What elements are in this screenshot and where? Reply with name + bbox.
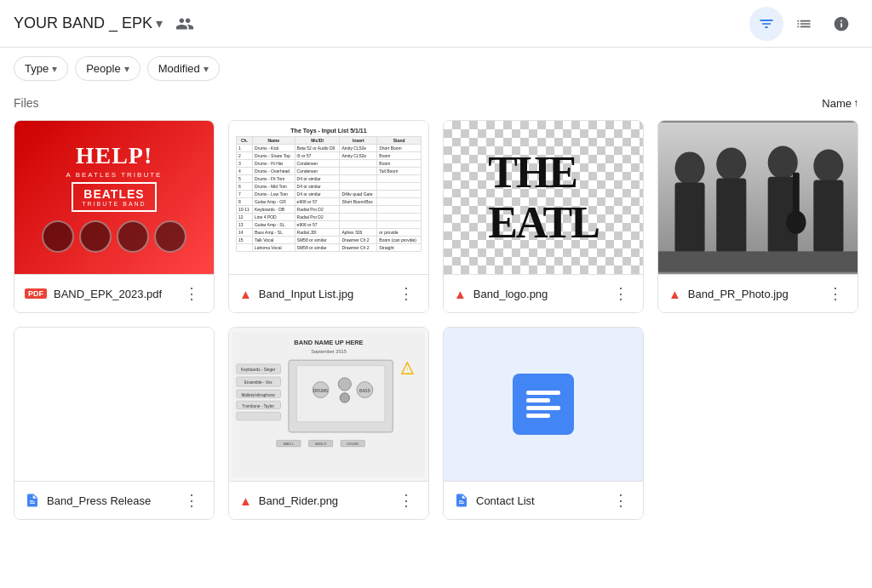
file-name-press-release: Band_Press Release xyxy=(47,494,151,507)
svg-point-4 xyxy=(716,148,746,181)
svg-rect-5 xyxy=(716,179,746,254)
img-type-icon-2: ▲ xyxy=(454,287,467,301)
file-menu-pdf[interactable]: ⋮ xyxy=(180,282,204,305)
file-footer-press-release: Band_Press Release ⋮ xyxy=(14,481,214,519)
file-thumbnail-rider: BAND NAME UP HERE September 2015 DRUMS B… xyxy=(229,328,428,481)
file-card-contact-list[interactable]: Contact List ⋮ xyxy=(443,327,644,520)
list-view-button[interactable] xyxy=(787,7,821,41)
svg-text:BAND NAME UP HERE: BAND NAME UP HERE xyxy=(294,339,363,346)
file-footer-info: ▲ Band_Input List.jpg xyxy=(239,287,353,301)
sort-label: Name xyxy=(822,97,852,110)
file-thumbnail-logo: THEEATL xyxy=(444,121,643,274)
svg-text:MAIN R: MAIN R xyxy=(315,442,326,446)
file-footer-pdf: PDF BAND_EPK_2023.pdf ⋮ xyxy=(14,274,214,312)
title-chevron: ▾ xyxy=(156,15,163,31)
file-card-pr-photo[interactable]: ▲ Band_PR_Photo.jpg ⋮ xyxy=(657,120,858,313)
svg-text:DRUMS: DRUMS xyxy=(347,442,359,446)
file-card-input-list[interactable]: The Toys - Input List 5/1/11 Ch.NameMic/… xyxy=(228,120,429,313)
doc-thumb xyxy=(14,328,214,481)
svg-text:September 2015: September 2015 xyxy=(311,349,347,354)
filter-button[interactable] xyxy=(749,7,783,41)
svg-text:BASS: BASS xyxy=(359,389,370,393)
file-card-rider[interactable]: BAND NAME UP HERE September 2015 DRUMS B… xyxy=(228,327,429,520)
contact-line-4 xyxy=(526,414,550,418)
contact-lines xyxy=(526,391,560,418)
file-footer-info: ▲ Band_Rider.png xyxy=(239,494,338,508)
share-people-button[interactable] xyxy=(169,9,200,39)
file-menu-input-list[interactable]: ⋮ xyxy=(394,282,418,305)
title-text: YOUR BAND _ EPK xyxy=(14,14,152,32)
modified-filter[interactable]: Modified ▾ xyxy=(147,56,220,81)
file-menu-contact-list[interactable]: ⋮ xyxy=(609,488,633,512)
doc-type-icon-2 xyxy=(454,493,469,508)
svg-rect-12 xyxy=(658,251,858,271)
modified-filter-chevron: ▾ xyxy=(204,63,209,75)
file-footer-input-list: ▲ Band_Input List.jpg ⋮ xyxy=(229,274,428,312)
file-name-contact-list: Contact List xyxy=(476,494,535,507)
file-name-logo: Band_logo.png xyxy=(473,288,548,300)
file-footer-logo: ▲ Band_logo.png ⋮ xyxy=(444,274,643,312)
svg-text:Trombone - Taylor: Trombone - Taylor xyxy=(242,404,274,408)
svg-text:MAIN L: MAIN L xyxy=(284,442,295,446)
img-type-icon-3: ▲ xyxy=(668,287,681,301)
band-photo-svg xyxy=(658,121,858,274)
svg-point-19 xyxy=(338,378,351,391)
header-left: YOUR BAND _ EPK ▾ xyxy=(14,9,200,39)
svg-rect-32 xyxy=(237,412,281,420)
modified-filter-label: Modified xyxy=(158,62,200,75)
pdf-face-4 xyxy=(154,220,186,253)
pdf-thumb-subtitle1: A BEATLES TRIBUTE xyxy=(66,171,163,179)
svg-rect-3 xyxy=(675,182,705,253)
file-name-pdf: BAND_EPK_2023.pdf xyxy=(54,288,162,300)
pdf-face-3 xyxy=(117,220,149,253)
contact-line-2 xyxy=(526,398,550,402)
file-card-logo[interactable]: THEEATL ▲ Band_logo.png ⋮ xyxy=(443,120,644,313)
file-name-rider: Band_Rider.png xyxy=(259,494,338,507)
file-name-input-list: Band_Input List.jpg xyxy=(259,288,353,300)
sort-button[interactable]: Name ↑ xyxy=(822,97,858,110)
file-thumbnail-press-release xyxy=(14,328,214,481)
file-thumbnail-pdf: HELP! A BEATLES TRIBUTE BEATLES TRIBUTE … xyxy=(14,121,214,274)
svg-point-2 xyxy=(675,151,705,185)
file-thumbnail-pr-photo xyxy=(658,121,858,274)
sort-icon: ↑ xyxy=(853,97,858,109)
drive-title[interactable]: YOUR BAND _ EPK ▾ xyxy=(14,14,163,32)
svg-text:DRUMS: DRUMS xyxy=(313,389,328,393)
svg-point-21 xyxy=(340,393,349,402)
photo-thumb xyxy=(658,121,858,274)
file-footer-info: PDF BAND_EPK_2023.pdf xyxy=(25,288,162,300)
file-menu-logo[interactable]: ⋮ xyxy=(609,282,633,305)
file-footer-info: ▲ Band_PR_Photo.jpg xyxy=(668,287,789,301)
people-filter-label: People xyxy=(86,62,120,75)
contact-line-1 xyxy=(526,391,560,395)
file-footer-pr-photo: ▲ Band_PR_Photo.jpg ⋮ xyxy=(658,274,858,312)
file-footer-rider: ▲ Band_Rider.png ⋮ xyxy=(229,481,428,519)
rider-thumb: BAND NAME UP HERE September 2015 DRUMS B… xyxy=(229,328,428,481)
file-card-pdf[interactable]: HELP! A BEATLES TRIBUTE BEATLES TRIBUTE … xyxy=(14,120,215,313)
file-menu-rider[interactable]: ⋮ xyxy=(394,488,418,512)
pdf-thumb-beatles: BEATLES xyxy=(82,187,146,201)
pdf-thumb-help: HELP! xyxy=(76,142,153,169)
people-filter[interactable]: People ▾ xyxy=(75,56,140,81)
pdf-thumb-tribute: TRIBUTE BAND xyxy=(82,201,146,207)
file-menu-press-release[interactable]: ⋮ xyxy=(180,488,204,512)
file-footer-info: Band_Press Release xyxy=(25,493,151,508)
people-filter-chevron: ▾ xyxy=(124,63,129,75)
contact-icon-box xyxy=(513,374,574,435)
pdf-face-2 xyxy=(79,220,112,253)
svg-text:Mallets/vibraphone: Mallets/vibraphone xyxy=(241,393,275,397)
svg-point-9 xyxy=(786,211,806,234)
contact-thumb xyxy=(444,328,643,481)
file-menu-pr-photo[interactable]: ⋮ xyxy=(823,282,847,305)
filters-bar: Type ▾ People ▾ Modified ▾ xyxy=(0,48,872,89)
logo-text: THEEATL xyxy=(488,147,599,248)
svg-point-10 xyxy=(813,149,843,182)
type-filter[interactable]: Type ▾ xyxy=(14,56,68,81)
info-button[interactable] xyxy=(824,7,858,41)
table-thumb: The Toys - Input List 5/1/11 Ch.NameMic/… xyxy=(229,121,428,274)
svg-text:Keyboards - Singer: Keyboards - Singer xyxy=(241,368,276,372)
file-card-press-release[interactable]: Band_Press Release ⋮ xyxy=(14,327,215,520)
files-grid: HELP! A BEATLES TRIBUTE BEATLES TRIBUTE … xyxy=(0,113,872,534)
type-filter-label: Type xyxy=(25,62,49,75)
files-section-title: Files xyxy=(14,96,39,110)
